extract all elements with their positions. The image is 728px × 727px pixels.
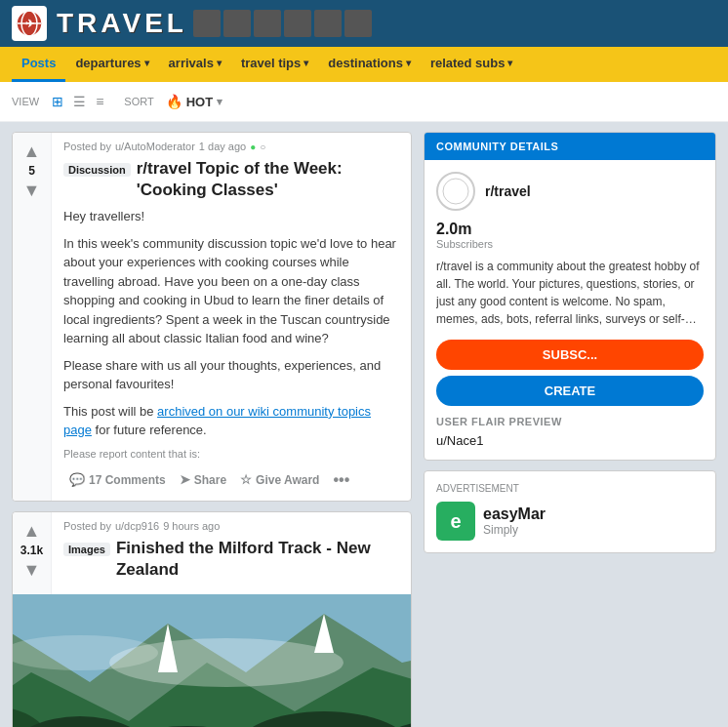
avatar — [436, 172, 475, 211]
archive-prefix: This post will be — [63, 404, 157, 419]
view-compact-button[interactable]: ≡ — [91, 90, 108, 113]
subscribe-button[interactable]: SUBSC... — [436, 340, 704, 370]
post-body-p2: In this week's community discussion topi… — [63, 234, 399, 348]
community-details-header: COMMUNITY DETAILS — [425, 133, 715, 160]
view-card-button[interactable]: ⊞ — [47, 90, 68, 113]
share-icon: ➤ — [180, 472, 190, 487]
share-label: Share — [194, 473, 226, 487]
post-time: 1 day ago — [199, 141, 246, 152]
community-description: r/travel is a community about the greate… — [436, 258, 704, 328]
chevron-down-icon: ▾ — [303, 58, 308, 68]
flair-section: USER FLAIR PREVIEW u/Nace1 — [436, 416, 704, 448]
ad-brand[interactable]: easyMar — [483, 505, 546, 523]
post-title[interactable]: r/travel Topic of the Week: 'Cooking Cla… — [137, 158, 399, 201]
report-text: Please report content that is: — [63, 448, 399, 460]
view-label: VIEW — [12, 96, 39, 107]
downvote-button[interactable]: ▼ — [21, 180, 43, 201]
chevron-down-icon: ▾ — [217, 58, 222, 68]
share-button[interactable]: ➤ Share — [174, 468, 232, 491]
post-content: Posted by u/AutoModerator 1 day ago ● ○ … — [52, 133, 411, 501]
chevron-down-icon: ▾ — [217, 96, 222, 108]
upvote-button[interactable]: ▲ — [21, 141, 43, 162]
post-actions: 💬 17 Comments ➤ Share ☆ Give Award ••• — [63, 467, 399, 493]
user-flair-label: USER FLAIR PREVIEW — [436, 416, 704, 427]
ad-body: ADVERTISEMENT e easyMar Simply — [425, 471, 715, 552]
nav-travel-tips[interactable]: travel tips ▾ — [231, 47, 318, 82]
post-title-row: Images Finished the Milford Track - New … — [63, 538, 399, 581]
post-card-inner: ▲ 3.1k ▼ Posted by u/dcp916 9 hours ago … — [13, 512, 411, 594]
post-author-link[interactable]: u/dcp916 — [115, 520, 159, 532]
nav-posts[interactable]: Posts — [12, 47, 65, 82]
nav-arrivals[interactable]: arrivals ▾ — [159, 47, 231, 82]
comments-button[interactable]: 💬 17 Comments — [63, 468, 172, 491]
fire-icon: 🔥 — [166, 94, 182, 109]
post-time: 9 hours ago — [163, 520, 220, 532]
post-flair: Images — [63, 543, 110, 556]
subscribers-count: 2.0m — [436, 221, 704, 238]
post-meta: Posted by u/AutoModerator 1 day ago ● ○ — [63, 141, 399, 152]
vote-count: 3.1k — [20, 544, 43, 557]
mountain-image — [13, 594, 411, 727]
post-title[interactable]: Finished the Milford Track - New Zealand — [116, 538, 399, 581]
site-header: ✈ TRAVEL — [0, 0, 728, 47]
sidebar-body: r/travel 2.0m Subscribers r/travel is a … — [425, 160, 715, 460]
sort-label: SORT — [124, 96, 153, 107]
post-author-link[interactable]: u/AutoModerator — [115, 141, 195, 152]
post-card: ▲ 3.1k ▼ Posted by u/dcp916 9 hours ago … — [12, 511, 412, 727]
community-row: r/travel — [436, 172, 704, 211]
online-dot-icon: ● — [250, 141, 256, 152]
community-name: r/travel — [485, 183, 531, 199]
vote-column: ▲ 5 ▼ — [13, 133, 52, 501]
post-flair: Discussion — [63, 163, 131, 177]
comment-icon: 💬 — [69, 472, 85, 487]
nav-departures[interactable]: departures ▾ — [65, 47, 158, 82]
comments-count: 17 Comments — [89, 473, 166, 487]
upvote-button[interactable]: ▲ — [21, 520, 43, 542]
archive-text: This post will be archived on our wiki c… — [63, 402, 399, 440]
sidebar: COMMUNITY DETAILS r/travel 2.0m Subscrib… — [424, 132, 716, 727]
ad-logo-icon: e — [436, 502, 475, 541]
site-title: TRAVEL — [57, 8, 187, 39]
more-options-button[interactable]: ••• — [327, 467, 355, 493]
subscribers-label: Subscribers — [436, 238, 704, 250]
post-body-p3: Please share with us all your thoughts, … — [63, 356, 399, 394]
vote-count: 5 — [28, 164, 35, 178]
chevron-down-icon: ▾ — [144, 58, 149, 68]
chevron-down-icon: ▾ — [507, 58, 512, 68]
user-flair-value: u/Nace1 — [436, 433, 704, 448]
post-content: Posted by u/dcp916 9 hours ago Images Fi… — [52, 512, 411, 594]
ad-label: ADVERTISEMENT — [436, 483, 704, 494]
award-icon: ☆ — [240, 472, 252, 487]
archive-suffix: for future reference. — [92, 423, 207, 437]
title-decoration — [193, 10, 372, 37]
outline-dot-icon: ○ — [260, 141, 265, 152]
create-button[interactable]: CREATE — [436, 376, 704, 406]
nav-related-subs[interactable]: related subs ▾ — [421, 47, 523, 82]
post-author-label: Posted by — [63, 520, 111, 532]
post-card: ▲ 5 ▼ Posted by u/AutoModerator 1 day ag… — [12, 132, 412, 502]
ad-card: ADVERTISEMENT e easyMar Simply — [424, 470, 716, 553]
post-body: Hey travellers! In this week's community… — [63, 207, 399, 394]
site-logo-icon[interactable]: ✈ — [12, 6, 47, 41]
vote-column: ▲ 3.1k ▼ — [13, 512, 52, 594]
ad-content: e easyMar Simply — [436, 502, 704, 541]
sort-hot-button[interactable]: 🔥 HOT ▾ — [160, 90, 228, 113]
nav-destinations[interactable]: destinations ▾ — [318, 47, 421, 82]
svg-point-18 — [443, 179, 468, 204]
community-details-card: COMMUNITY DETAILS r/travel 2.0m Subscrib… — [424, 132, 716, 461]
posts-area: ▲ 5 ▼ Posted by u/AutoModerator 1 day ag… — [12, 132, 412, 727]
nav-bar: Posts departures ▾ arrivals ▾ travel tip… — [0, 47, 728, 82]
give-award-button[interactable]: ☆ Give Award — [234, 468, 325, 491]
svg-text:✈: ✈ — [25, 18, 35, 29]
ad-sub: Simply — [483, 523, 546, 537]
post-author-label: Posted by — [63, 141, 111, 152]
award-label: Give Award — [256, 473, 319, 487]
ad-text-block: easyMar Simply — [483, 505, 546, 537]
stat-row: 2.0m Subscribers — [436, 221, 704, 250]
downvote-button[interactable]: ▼ — [21, 559, 43, 581]
post-meta: Posted by u/dcp916 9 hours ago — [63, 520, 399, 532]
toolbar: VIEW ⊞ ☰ ≡ SORT 🔥 HOT ▾ — [0, 82, 728, 122]
view-classic-button[interactable]: ☰ — [68, 90, 91, 113]
post-image-container — [13, 594, 411, 727]
main-container: ▲ 5 ▼ Posted by u/AutoModerator 1 day ag… — [0, 122, 728, 727]
